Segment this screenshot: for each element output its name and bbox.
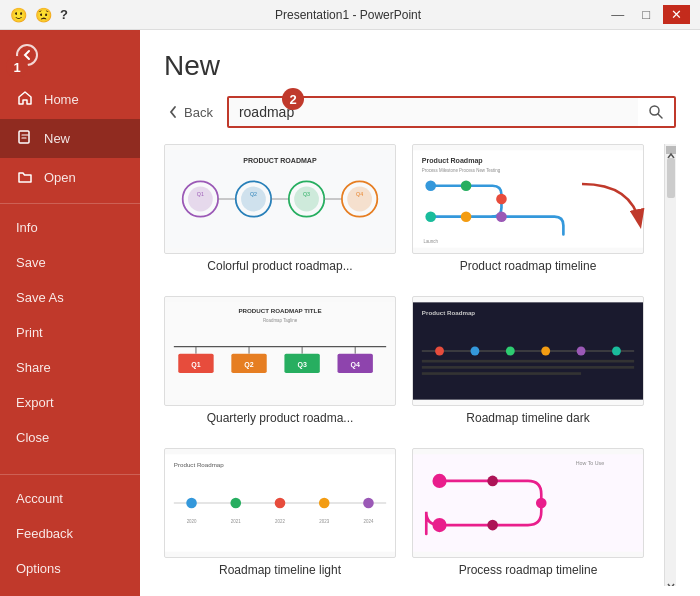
svg-point-65	[363, 498, 374, 509]
svg-point-61	[186, 498, 197, 509]
sidebar-share-label: Share	[16, 360, 51, 375]
template-item-colorful-roadmap[interactable]: PRODUCT ROADMAP Q1 Q2 Q3 Q4 Colorful pro…	[164, 144, 396, 282]
main-container: 1 Home New Open Info	[0, 30, 700, 596]
svg-point-73	[432, 474, 446, 488]
svg-point-53	[577, 347, 586, 356]
back-button[interactable]: Back	[164, 101, 215, 124]
sidebar-new-label: New	[44, 131, 70, 146]
svg-text:Q1: Q1	[197, 191, 204, 197]
sidebar-item-options[interactable]: Options	[0, 551, 140, 586]
template-label-roadmap-light: Roadmap timeline light	[164, 563, 396, 579]
svg-point-28	[425, 211, 436, 222]
svg-point-64	[319, 498, 330, 509]
template-thumb-process-roadmap: How To Use	[412, 448, 644, 558]
emoji-smile-icon[interactable]: 🙂	[10, 7, 27, 23]
template-label-process-roadmap: Process roadmap timeline	[412, 563, 644, 579]
svg-text:2020: 2020	[187, 519, 197, 524]
maximize-button[interactable]: □	[637, 5, 655, 24]
svg-text:Q4: Q4	[350, 361, 359, 369]
sidebar-item-new[interactable]: New	[0, 119, 140, 158]
sidebar-item-print[interactable]: Print	[0, 315, 140, 350]
sidebar-divider-2	[0, 474, 140, 475]
help-icon[interactable]: ?	[60, 7, 68, 22]
template-thumb-product-timeline: Product Roadmap Process Milestone Proces…	[412, 144, 644, 254]
sidebar-item-export[interactable]: Export	[0, 385, 140, 420]
svg-text:Q2: Q2	[244, 361, 253, 369]
template-item-quarterly-roadmap[interactable]: PRODUCT ROADMAP TITLE Roadmap Tagline Q1…	[164, 296, 396, 434]
svg-text:Process   Milestone   Process : Process Milestone Process New Testing	[422, 168, 501, 173]
template-item-process-roadmap[interactable]: How To Use Process roadmap timeline	[412, 448, 644, 586]
svg-text:Q3: Q3	[297, 361, 306, 369]
sidebar-item-info[interactable]: Info	[0, 210, 140, 245]
svg-point-25	[496, 194, 507, 205]
sidebar-item-home[interactable]: Home	[0, 80, 140, 119]
new-icon	[16, 129, 34, 148]
svg-point-76	[487, 520, 498, 531]
page-title: New	[164, 50, 676, 82]
template-label-product-timeline: Product roadmap timeline	[412, 259, 644, 275]
svg-text:Q1: Q1	[191, 361, 200, 369]
annotation-badge-2: 2	[282, 88, 304, 110]
sidebar-save-label: Save	[16, 255, 46, 270]
svg-text:Launch: Launch	[423, 239, 438, 244]
open-icon	[16, 168, 34, 187]
svg-point-49	[435, 347, 444, 356]
template-item-roadmap-dark[interactable]: Product Roadmap Roadmap timeline dark	[412, 296, 644, 434]
svg-point-24	[461, 180, 472, 191]
sidebar-saveas-label: Save As	[16, 290, 64, 305]
sidebar-export-label: Export	[16, 395, 54, 410]
sidebar-home-label: Home	[44, 92, 79, 107]
sidebar-divider-1	[0, 203, 140, 204]
title-bar: 🙂 😟 ? Presentation1 - PowerPoint — □ ✕	[0, 0, 700, 30]
template-item-roadmap-light[interactable]: Product Roadmap 2020 2021 2022 2023 2024…	[164, 448, 396, 586]
svg-text:PRODUCT ROADMAP: PRODUCT ROADMAP	[243, 157, 317, 164]
sidebar-item-open[interactable]: Open	[0, 158, 140, 197]
scroll-up-arrow[interactable]	[666, 146, 676, 154]
svg-point-77	[432, 518, 446, 532]
svg-rect-71	[413, 454, 643, 551]
emoji-frown-icon[interactable]: 😟	[35, 7, 52, 23]
scroll-down-arrow[interactable]	[666, 576, 676, 584]
home-icon	[16, 90, 34, 109]
sidebar-bottom: Account Feedback Options	[0, 468, 140, 596]
window-controls: — □ ✕	[606, 5, 690, 24]
svg-point-75	[536, 498, 547, 509]
sidebar-item-saveas[interactable]: Save As	[0, 280, 140, 315]
sidebar-item-share[interactable]: Share	[0, 350, 140, 385]
sidebar-options-label: Options	[16, 561, 61, 576]
svg-text:2021: 2021	[231, 519, 241, 524]
svg-text:How To Use: How To Use	[576, 460, 605, 466]
svg-point-10	[241, 187, 266, 212]
sidebar-item-save[interactable]: Save	[0, 245, 140, 280]
template-thumb-roadmap-dark: Product Roadmap	[412, 296, 644, 406]
svg-text:Q4: Q4	[356, 191, 363, 197]
template-label-quarterly-roadmap: Quarterly product roadma...	[164, 411, 396, 427]
close-button[interactable]: ✕	[663, 5, 690, 24]
svg-text:2022: 2022	[275, 519, 285, 524]
search-button[interactable]	[638, 98, 674, 126]
svg-text:2023: 2023	[319, 519, 329, 524]
templates-grid: PRODUCT ROADMAP Q1 Q2 Q3 Q4 Colorful pro…	[164, 144, 664, 586]
svg-point-62	[230, 498, 241, 509]
svg-point-23	[425, 180, 436, 191]
template-item-product-timeline[interactable]: Product Roadmap Process Milestone Proces…	[412, 144, 644, 282]
sidebar-info-label: Info	[16, 220, 38, 235]
scrollbar[interactable]	[664, 144, 676, 586]
svg-point-14	[294, 187, 319, 212]
svg-text:Product Roadmap: Product Roadmap	[422, 157, 484, 165]
svg-point-74	[487, 476, 498, 487]
sidebar-item-account[interactable]: Account	[0, 481, 140, 516]
sidebar-account-label: Account	[16, 491, 63, 506]
sidebar-item-close[interactable]: Close	[0, 420, 140, 455]
sidebar-feedback-label: Feedback	[16, 526, 73, 541]
template-label-colorful-roadmap: Colorful product roadmap...	[164, 259, 396, 275]
scroll-thumb[interactable]	[667, 158, 675, 198]
svg-text:Roadmap Tagline: Roadmap Tagline	[263, 318, 298, 323]
minimize-button[interactable]: —	[606, 5, 629, 24]
template-thumb-roadmap-light: Product Roadmap 2020 2021 2022 2023 2024	[164, 448, 396, 558]
svg-point-27	[461, 211, 472, 222]
svg-point-51	[506, 347, 515, 356]
window-title: Presentation1 - PowerPoint	[90, 8, 606, 22]
sidebar-item-feedback[interactable]: Feedback	[0, 516, 140, 551]
template-thumb-quarterly-roadmap: PRODUCT ROADMAP TITLE Roadmap Tagline Q1…	[164, 296, 396, 406]
